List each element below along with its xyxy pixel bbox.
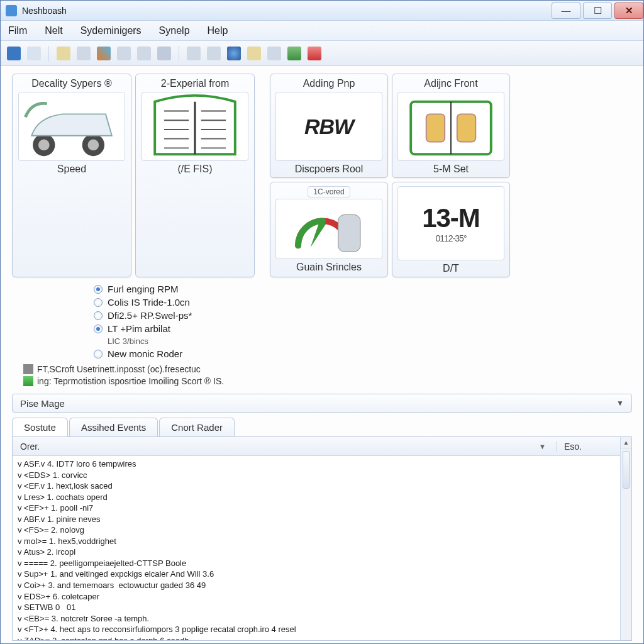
tool-icon-13[interactable] [267,47,281,60]
scrollbar[interactable]: ▲ [620,437,631,640]
card-head: Adijnc Front [424,78,477,89]
minimize-button[interactable]: — [552,3,580,19]
radio-sublabel: LIC 3/bincs [108,336,632,346]
tool-icon-3[interactable] [57,47,70,60]
log-line[interactable]: v <EDS> 1. corvicc [18,470,615,481]
log-line[interactable]: v Coi>+ 3. and tememoars ectowuctur gade… [18,580,615,591]
tab-cnort-rader[interactable]: Cnort Rader [159,418,235,436]
tool-icon-8[interactable] [157,47,171,60]
tool-icon-11[interactable] [227,47,241,60]
radio-icon [94,285,103,294]
svg-point-1 [38,140,50,151]
maximize-button[interactable]: ☐ [583,3,612,19]
radio-option[interactable]: LT +Pim arbilat [94,323,632,334]
radio-icon [94,298,103,307]
svg-point-3 [88,140,99,151]
close-button[interactable]: ✕ [614,3,643,19]
radio-label: LT +Pim arbilat [108,323,170,334]
svg-rect-20 [338,214,360,252]
svg-rect-16 [426,114,445,142]
tool-icon-10[interactable] [207,47,221,60]
radio-icon [94,311,103,320]
log-line[interactable]: v Atus> 2. ircopl [18,547,615,558]
menu-synelp[interactable]: Synelp [159,25,190,36]
log-line[interactable]: v <FT>+ 4. hect aps to recconsirfuliompo… [18,624,615,635]
status-icon [23,364,33,374]
log-header: Orer.▼ Eso. [13,437,620,456]
svg-rect-17 [457,114,475,142]
log-line[interactable]: v ASF.v 4. IDT7 loro 6 tempwires [18,458,615,470]
tab-sostute[interactable]: Sostute [12,418,68,436]
card-adijnc-front[interactable]: Adijnc Front 5-M Set [392,74,510,178]
menu-sydeminigers[interactable]: Sydeminigers [80,25,142,36]
radio-option[interactable]: Furl enging RPM [94,284,632,294]
radio-label: Furl enging RPM [108,284,179,294]
tool-icon-5[interactable] [97,47,111,60]
page-combo[interactable]: Pise Mage ▼ [12,394,632,413]
radio-option[interactable]: Colis IS Tride-1.0cn [94,297,632,308]
status-text: FT,SCroft Usetrinett.inposst (oc).fresec… [37,364,201,374]
log-line[interactable]: v <EF.v 1. hext,losk saced [18,480,615,492]
log-line[interactable]: v ABF.v 1. pinire neves [18,514,615,525]
rbw-text: RBW [304,114,353,139]
tab-assihed-events[interactable]: Assihed Events [69,418,158,436]
radio-group: Furl enging RPM Colis IS Tride-1.0cn Dfi… [94,284,632,359]
radio-icon [94,325,103,333]
tool-icon-2[interactable] [27,47,41,60]
content-area: Decality Sypers ® Speed 2-Experial from [1,66,643,643]
card-head: 2-Experial from [161,78,229,89]
card-body [275,199,382,259]
card-guain[interactable]: 1C-vored Guain Srincles [270,182,388,277]
dial-icon [276,199,382,258]
col-eso[interactable]: Eso. [564,441,582,452]
log-body[interactable]: v ASF.v 4. IDT7 loro 6 tempwiresv <EDS> … [13,456,620,640]
log-line[interactable]: v <FS>= 2. nolovg [18,525,615,536]
card-experial[interactable]: 2-Experial from [135,74,255,277]
radio-label: Dfi2.5+ RP.Swel-ps* [108,310,192,321]
log-line[interactable]: v ZAD>= 2. centcalon gpd has a derph 6 c… [18,635,615,640]
tool-icon-4[interactable] [77,47,91,60]
log-line[interactable]: v mol>= 1. hex5,voddrighet [18,536,615,547]
menu-nelt[interactable]: Nelt [45,25,62,36]
radio-option[interactable]: New monic Roder [94,348,632,359]
card-adding-pnp[interactable]: Adding Pnp RBW Discpoers Rool [270,74,388,178]
menu-film[interactable]: Film [8,25,27,36]
toolbar [1,41,643,66]
status-text: ing: Teprmotistion isposrtioe Imoiling S… [37,376,224,386]
sort-icon[interactable]: ▼ [539,443,546,450]
log-line[interactable]: v Lres> 1. cochats operd [18,492,615,503]
card-decality[interactable]: Decality Sypers ® Speed [12,74,131,277]
col-orer[interactable]: Orer. [20,441,40,452]
log-line[interactable]: v SETWB 0 01 [18,602,615,613]
card-foot: (/E FIS) [177,164,212,175]
scroll-thumb[interactable] [623,451,630,489]
tool-icon-15[interactable] [308,47,321,60]
tool-icon-6[interactable] [117,47,131,60]
dash-group-left: Decality Sypers ® Speed 2-Experial from [12,74,255,277]
dashboard-row: Decality Sypers ® Speed 2-Experial from [12,74,632,277]
tool-icon-14[interactable] [287,47,301,60]
tool-icon-9[interactable] [187,47,201,60]
scroll-up-icon[interactable]: ▲ [621,437,631,448]
log-line[interactable]: v <EF>+ 1. pooll -ni7 [18,502,615,514]
log-line[interactable]: v ===== 2. peelligompeiaejelted-CTTSP Bo… [18,558,615,569]
chevron-down-icon: ▼ [616,399,624,408]
card-dt[interactable]: 13-M 0112-35° D/T [392,182,510,277]
tabs: Sostute Assihed Events Cnort Rader [12,418,632,436]
card-foot: Discpoers Rool [295,164,363,175]
radio-option[interactable]: Dfi2.5+ RP.Swel-ps* [94,310,632,321]
tool-icon-12[interactable] [247,47,261,60]
radio-label: Colis IS Tride-1.0cn [108,297,190,308]
tool-icon-7[interactable] [137,47,151,60]
log-line[interactable]: v EDS>+ 6. coletcaper [18,591,615,602]
tool-icon-1[interactable] [7,47,21,60]
card-foot: Speed [57,164,86,175]
log-line[interactable]: v <EB>= 3. notcretr Soree -a temph. [18,613,615,625]
window-controls: — ☐ ✕ [549,3,643,19]
main-window: Neshboash — ☐ ✕ Film Nelt Sydeminigers S… [0,0,644,644]
menu-help[interactable]: Help [208,25,228,36]
card-head: Decality Sypers ® [31,78,111,89]
log-line[interactable]: v Sup>+ 1. and veitinged expckigs elcale… [18,569,615,580]
combo-value: Pise Mage [20,398,65,409]
vehicle-icon [19,92,125,160]
